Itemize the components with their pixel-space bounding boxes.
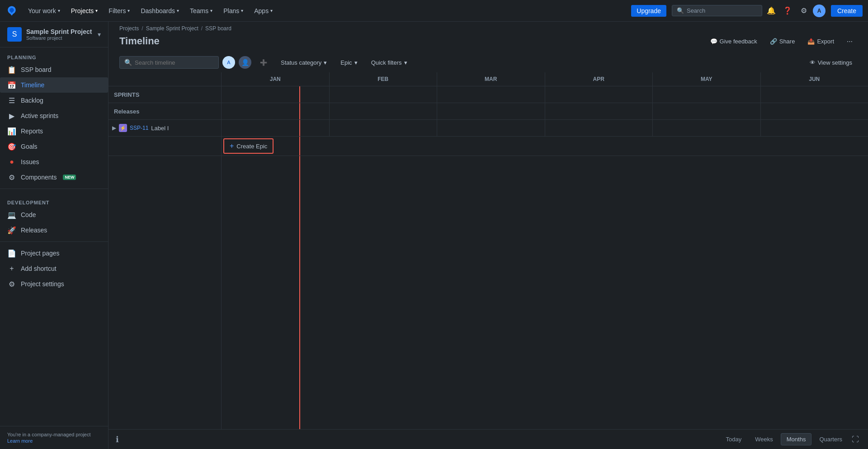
nav-plans[interactable]: Plans ▾ <box>219 5 248 17</box>
sidebar-divider-2 <box>0 241 108 242</box>
planning-section-label: PLANNING <box>0 47 108 62</box>
nav-dashboards[interactable]: Dashboards ▾ <box>136 5 184 17</box>
timeline-search[interactable]: 🔍 <box>119 56 219 69</box>
status-category-filter[interactable]: Status category ▾ <box>276 57 332 69</box>
sidebar-item-code[interactable]: 💻 Code <box>0 207 108 222</box>
share-icon: 🔗 <box>770 38 777 45</box>
user-avatar[interactable]: A <box>813 5 826 17</box>
epic-expand-icon[interactable]: ▶ <box>112 125 116 131</box>
epic-filter[interactable]: Epic ▾ <box>335 57 362 69</box>
sidebar-item-project-settings[interactable]: ⚙ Project settings <box>0 276 108 292</box>
chevron-down-icon: ▾ <box>404 59 407 66</box>
settings-button[interactable]: ⚙ <box>797 4 811 18</box>
nav-your-work[interactable]: Your work ▾ <box>24 5 65 17</box>
new-badge: NEW <box>63 175 76 180</box>
releases-content <box>222 103 868 119</box>
sidebar-item-components[interactable]: ⚙ Components NEW <box>0 170 108 185</box>
create-button[interactable]: Create <box>831 5 863 17</box>
project-expand-icon[interactable]: ▾ <box>98 31 101 38</box>
export-icon: 📤 <box>807 38 815 45</box>
chevron-down-icon: ▾ <box>58 8 60 13</box>
months-button[interactable]: Months <box>781 433 812 445</box>
components-icon: ⚙ <box>7 173 16 182</box>
nav-teams[interactable]: Teams ▾ <box>185 5 217 17</box>
breadcrumb-board[interactable]: SSP board <box>205 25 231 32</box>
weeks-button[interactable]: Weeks <box>749 433 779 445</box>
cell-mar <box>437 86 545 103</box>
notifications-button[interactable]: 🔔 <box>764 4 778 18</box>
sidebar-project[interactable]: S Sample Sprint Project Software project… <box>0 22 108 47</box>
breadcrumb-project[interactable]: Sample Sprint Project <box>146 25 198 32</box>
timeline-label-col <box>108 72 222 86</box>
board-icon: 📋 <box>7 65 16 74</box>
project-info: Sample Sprint Project Software project <box>26 28 93 41</box>
add-member-button[interactable]: ➕ <box>255 57 272 69</box>
main-layout: S Sample Sprint Project Software project… <box>0 22 868 449</box>
timeline-search-input[interactable] <box>135 59 214 66</box>
share-button[interactable]: 🔗 Share <box>765 36 800 47</box>
today-line-epic <box>299 120 300 136</box>
search-box[interactable]: 🔍 Search <box>672 5 762 16</box>
chevron-down-icon: ▾ <box>241 8 243 13</box>
releases-row: Releases <box>108 103 868 120</box>
cell-jun <box>761 86 868 103</box>
breadcrumb: Projects / Sample Sprint Project / SSP b… <box>108 22 868 32</box>
quick-filters[interactable]: Quick filters ▾ <box>366 57 412 69</box>
sidebar-item-goals[interactable]: 🎯 Goals <box>0 139 108 154</box>
sidebar-item-issues[interactable]: ● Issues <box>0 154 108 170</box>
help-button[interactable]: ❓ <box>780 4 795 18</box>
active-sprints-icon: ▶ <box>7 111 16 120</box>
sprints-label: Sprints <box>108 86 222 103</box>
month-apr: APR <box>545 72 653 86</box>
nav-projects[interactable]: Projects ▾ <box>66 5 103 17</box>
sidebar: S Sample Sprint Project Software project… <box>0 22 108 449</box>
epic-row: ▶ ⚡ SSP-11 Label I <box>108 120 868 137</box>
add-person-icon: ➕ <box>260 59 267 66</box>
issues-icon: ● <box>7 157 16 166</box>
sidebar-item-releases[interactable]: 🚀 Releases <box>0 222 108 238</box>
nav-filters[interactable]: Filters ▾ <box>104 5 134 17</box>
sidebar-item-project-pages[interactable]: 📄 Project pages <box>0 246 108 261</box>
chevron-down-icon: ▾ <box>270 8 273 13</box>
page-header: Timeline 💬 Give feedback 🔗 Share 📤 Expor… <box>108 32 868 52</box>
more-icon: ⋯ <box>847 38 853 45</box>
sidebar-item-add-shortcut[interactable]: + Add shortcut <box>0 261 108 276</box>
create-epic-label: Create Epic <box>236 143 267 150</box>
sidebar-item-board[interactable]: 📋 SSP board <box>0 62 108 77</box>
upgrade-button[interactable]: Upgrade <box>631 5 666 17</box>
sidebar-item-backlog[interactable]: ☰ Backlog <box>0 93 108 108</box>
view-settings-button[interactable]: 👁 View settings <box>805 57 857 69</box>
project-pages-icon: 📄 <box>7 249 16 258</box>
project-type: Software project <box>26 35 93 41</box>
timeline-container: JAN FEB MAR APR MAY JUN Sprints <box>108 72 868 429</box>
give-feedback-button[interactable]: 💬 Give feedback <box>706 36 762 47</box>
legend-button[interactable]: ℹ <box>116 435 119 444</box>
epic-row-content <box>222 120 868 136</box>
learn-more-link[interactable]: Learn more <box>7 438 101 444</box>
create-epic-button[interactable]: + Create Epic <box>223 138 274 154</box>
chevron-down-icon: ▾ <box>177 8 179 13</box>
top-nav-icons: 🔔 ❓ ⚙ A <box>764 4 826 18</box>
epic-icon: ⚡ <box>119 124 127 132</box>
chevron-down-icon: ▾ <box>210 8 212 13</box>
breadcrumb-projects[interactable]: Projects <box>119 25 139 32</box>
fullscreen-button[interactable]: ⛶ <box>850 434 861 445</box>
sidebar-item-timeline[interactable]: 📅 Timeline <box>0 77 108 93</box>
avatar-filter-user[interactable]: A <box>222 56 235 69</box>
chevron-down-icon: ▾ <box>324 59 327 66</box>
export-button[interactable]: 📤 Export <box>803 36 839 47</box>
timeline-months: JAN FEB MAR APR MAY JUN <box>222 72 868 86</box>
nav-apps[interactable]: Apps ▾ <box>250 5 277 17</box>
app-logo[interactable] <box>5 5 18 17</box>
avatar-filter-unassigned[interactable]: 👤 <box>239 56 251 69</box>
code-icon: 💻 <box>7 210 16 219</box>
sidebar-item-reports[interactable]: 📊 Reports <box>0 123 108 139</box>
sidebar-item-active-sprints[interactable]: ▶ Active sprints <box>0 108 108 123</box>
quarters-button[interactable]: Quarters <box>813 433 848 445</box>
more-actions-button[interactable]: ⋯ <box>842 36 857 47</box>
today-button[interactable]: Today <box>720 433 748 445</box>
search-icon: 🔍 <box>124 59 132 66</box>
timeline-empty-area <box>108 156 868 429</box>
cell-feb <box>330 86 438 103</box>
timeline-toolbar: 🔍 A 👤 ➕ Status category ▾ Epic ▾ Quick f… <box>108 52 868 72</box>
